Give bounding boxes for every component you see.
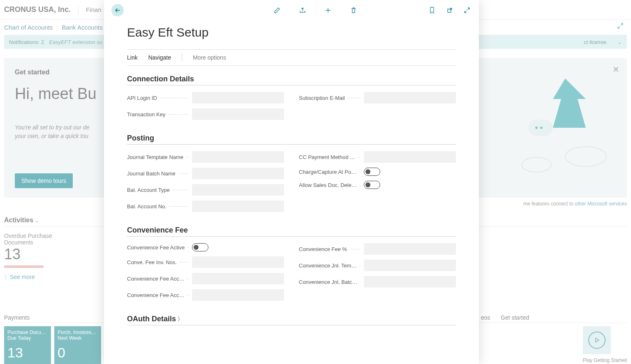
label-conv-fee-pct: Convenience Fee % [299, 246, 361, 252]
input-api-login-id[interactable] [192, 92, 284, 104]
action-more-options[interactable]: More options [193, 54, 226, 61]
input-cc-payment-method[interactable] [364, 151, 456, 163]
label-conv-fee-acc-1: Convenience Fee Acc… [127, 276, 189, 282]
label-conv-fee-active: Convenience Fee Active [127, 244, 189, 251]
label-bal-account-no: Bal. Account No. [127, 203, 189, 210]
input-journal-template-name[interactable] [192, 151, 284, 163]
label-journal-template-name: Journal Template Name [127, 154, 189, 160]
input-conv-fee-inv-nos[interactable] [192, 256, 284, 268]
section-convenience-fee[interactable]: Convenience Fee [127, 226, 456, 237]
expand-icon[interactable] [463, 7, 472, 14]
input-subscription-email[interactable] [364, 92, 456, 104]
label-conv-fee-acc-2: Convenience Fee Acc… [127, 292, 189, 298]
delete-icon[interactable] [350, 7, 358, 14]
label-bal-account-type: Bal. Account Type [127, 187, 189, 193]
label-api-login-id: API Login ID [127, 95, 189, 101]
dialog-action-bar: Link Navigate More options [127, 49, 456, 66]
input-conv-jnl-batch[interactable] [364, 276, 456, 288]
label-cc-payment-method: CC Payment Method … [299, 154, 361, 160]
label-conv-jnl-template: Convenience Jnl. Tem… [299, 263, 361, 269]
chevron-right-icon: 〉 [178, 316, 183, 323]
input-journal-batch-name[interactable] [192, 168, 284, 179]
new-icon[interactable] [324, 7, 333, 14]
toggle-conv-fee-active[interactable] [192, 243, 208, 251]
dialog-title: Easy Eft Setup [127, 25, 456, 39]
input-bal-account-type[interactable] [192, 184, 284, 196]
action-navigate[interactable]: Navigate [148, 54, 171, 61]
label-charge-capture: Charge/Capture At Po… [299, 169, 361, 175]
label-transaction-key: Transaction Key [127, 111, 189, 117]
bookmark-icon[interactable] [429, 7, 437, 14]
toggle-allow-sales-delete[interactable] [364, 181, 380, 189]
input-transaction-key[interactable] [192, 108, 284, 120]
label-allow-sales-delete: Allow Sales Doc. Dele… [299, 182, 361, 188]
popout-icon[interactable] [446, 7, 454, 14]
input-conv-fee-acc-1[interactable] [192, 273, 284, 284]
section-posting[interactable]: Posting [127, 134, 456, 145]
section-oauth-details[interactable]: OAuth Details〉 [127, 315, 456, 325]
label-conv-fee-inv-nos: Conve. Fee Inv. Nos. [127, 259, 189, 265]
input-bal-account-no[interactable] [192, 200, 284, 212]
toggle-charge-capture[interactable] [364, 168, 380, 176]
input-conv-fee-acc-2[interactable] [192, 289, 284, 301]
share-icon[interactable] [299, 7, 307, 14]
section-connection-details[interactable]: Connection Details [127, 75, 456, 85]
action-link[interactable]: Link [127, 54, 138, 61]
input-conv-fee-pct[interactable] [364, 243, 456, 255]
label-subscription-email: Subscription E-Mail [299, 95, 361, 101]
label-journal-batch-name: Journal Batch Name [127, 170, 189, 177]
dialog-toolbar [104, 0, 479, 21]
input-conv-jnl-template[interactable] [364, 260, 456, 271]
edit-icon[interactable] [273, 7, 282, 14]
back-button[interactable] [111, 4, 124, 16]
label-conv-jnl-batch: Convenience Jnl. Batc… [299, 279, 361, 285]
easy-eft-setup-dialog: Easy Eft Setup Link Navigate More option… [104, 0, 479, 364]
action-divider [182, 53, 182, 62]
